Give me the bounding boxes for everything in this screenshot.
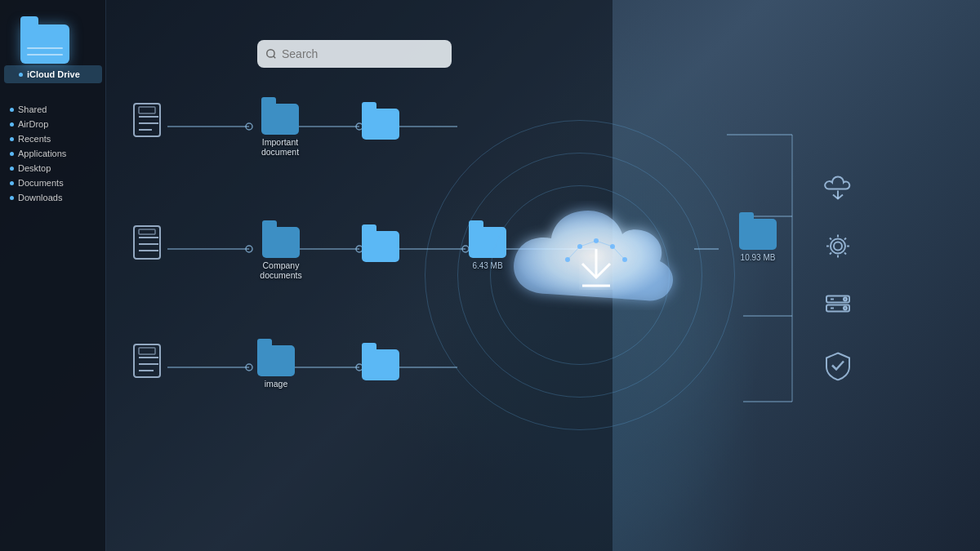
search-icon [265,48,277,60]
svg-point-54 [844,306,847,309]
search-input[interactable] [282,47,443,60]
folder-row1-child1[interactable] [362,109,399,140]
sidebar: iCloud Drive Shared AirDrop Recents Appl… [0,0,106,551]
svg-rect-24 [139,107,155,113]
shield-right-icon [822,349,853,380]
doc-icon-row1 [131,102,167,149]
sidebar-item-desktop[interactable]: Desktop [0,161,106,176]
folder-row1-main[interactable]: Important document [252,104,309,157]
cloud-download-right-icon [822,171,853,202]
doc-icon-row2 [131,224,167,272]
sidebar-item-recents[interactable]: Recents [0,131,106,146]
svg-point-0 [267,50,274,57]
folder-row3-main[interactable]: image [252,345,301,389]
svg-point-48 [831,238,845,253]
sidebar-item-downloads[interactable]: Downloads [0,190,106,205]
svg-rect-25 [134,226,160,259]
dot-desktop [10,167,14,171]
dot-recents [10,137,14,141]
svg-line-1 [274,56,276,59]
folder-row3-child1[interactable] [362,349,399,380]
svg-point-47 [834,242,842,250]
svg-rect-29 [139,229,155,234]
folder-row2-main[interactable]: Company documents [252,227,310,280]
dot-documents [10,181,14,185]
cloud-panel: 10.93 MB [449,82,858,469]
cloud-icon [498,188,694,354]
sidebar-item-applications[interactable]: Applications [0,146,106,161]
gear-right-icon [822,230,853,261]
svg-rect-34 [139,348,155,354]
sidebar-item-airdrop[interactable]: AirDrop [0,117,106,131]
right-icons-panel [822,171,853,380]
search-bar[interactable] [257,40,452,68]
dot-shared [10,108,14,112]
dot-downloads [10,196,14,200]
active-dot [19,73,23,77]
svg-point-53 [844,297,847,300]
svg-rect-30 [134,344,160,377]
doc-icon-row3 [131,343,167,390]
sidebar-item-shared[interactable]: Shared [0,102,106,117]
svg-rect-20 [134,104,160,136]
sidebar-item-icloud-drive[interactable]: iCloud Drive [9,67,97,82]
icloud-drive-icon [16,16,74,65]
folder-row2-child1[interactable] [362,231,399,262]
dot-applications [10,152,14,156]
folder-right-row2[interactable]: 10.93 MB [739,219,777,262]
dot-airdrop [10,122,14,127]
sidebar-item-documents[interactable]: Documents [0,176,106,190]
server-right-icon [822,290,853,321]
